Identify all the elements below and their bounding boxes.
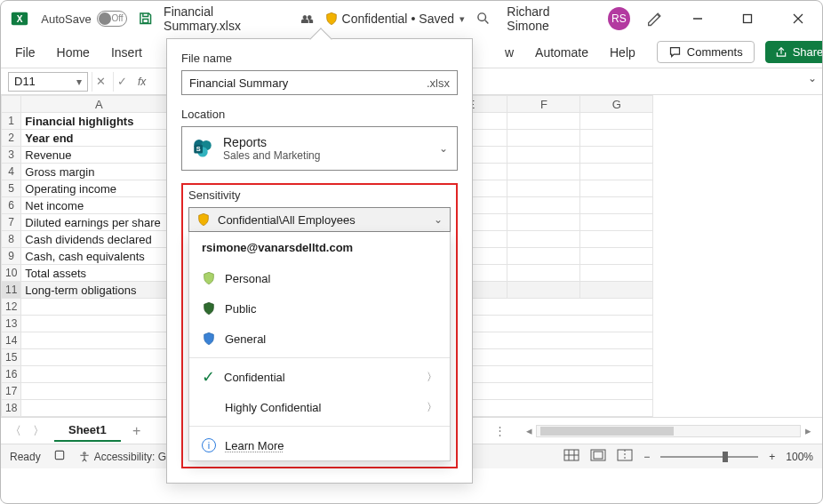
- cell[interactable]: Gross margin: [21, 164, 177, 180]
- tab-split-handle[interactable]: ⋮: [489, 424, 513, 437]
- select-all[interactable]: [2, 96, 21, 113]
- horizontal-scrollbar[interactable]: [536, 425, 801, 437]
- view-layout-icon[interactable]: [590, 449, 606, 464]
- cell[interactable]: [580, 147, 653, 164]
- tab-automate[interactable]: Automate: [535, 45, 588, 60]
- cell[interactable]: [507, 265, 580, 282]
- draw-mode-icon[interactable]: [646, 9, 665, 28]
- document-title[interactable]: Financial Summary.xlsx: [164, 4, 290, 33]
- zoom-slider[interactable]: [660, 456, 758, 458]
- user-name[interactable]: Richard Simone: [507, 4, 592, 33]
- cell[interactable]: [580, 214, 653, 231]
- cell[interactable]: Revenue: [21, 147, 177, 164]
- tab-help[interactable]: Help: [610, 45, 635, 60]
- cell[interactable]: [580, 248, 653, 265]
- row-header[interactable]: 1: [2, 113, 21, 130]
- sensitivity-dropdown[interactable]: Confidential\All Employees ⌄: [188, 207, 451, 232]
- col-header[interactable]: G: [580, 96, 653, 113]
- scroll-left-icon[interactable]: ◂: [522, 424, 536, 437]
- cell[interactable]: Cash, cash equivalents: [21, 248, 177, 265]
- maximize-button[interactable]: [731, 5, 764, 32]
- row-header[interactable]: 5: [2, 180, 21, 197]
- sensitivity-option-personal[interactable]: Personal: [189, 263, 450, 293]
- view-normal-icon[interactable]: [563, 449, 579, 464]
- col-header[interactable]: F: [507, 96, 580, 113]
- cell[interactable]: [507, 113, 580, 130]
- accept-formula-icon[interactable]: ✓: [113, 72, 131, 92]
- row-header[interactable]: 10: [2, 265, 21, 282]
- cell[interactable]: [580, 113, 653, 130]
- name-box[interactable]: D11 ▾: [8, 72, 88, 92]
- row-header[interactable]: 3: [2, 147, 21, 164]
- cell[interactable]: [580, 164, 653, 180]
- learn-more-link[interactable]: i Learn More: [189, 430, 450, 460]
- tab-insert[interactable]: Insert: [111, 45, 142, 60]
- autosave-toggle[interactable]: Off: [97, 11, 127, 27]
- row-header[interactable]: 18: [2, 400, 21, 417]
- zoom-level[interactable]: 100%: [786, 451, 813, 463]
- add-sheet-button[interactable]: +: [130, 423, 144, 439]
- cell[interactable]: Cash dividends declared: [21, 231, 177, 248]
- cell[interactable]: Net income: [21, 197, 177, 214]
- row-header[interactable]: 12: [2, 299, 21, 316]
- ribbon-collapse-icon[interactable]: ⌄: [808, 72, 817, 84]
- row-header[interactable]: 7: [2, 214, 21, 231]
- tab-home[interactable]: Home: [57, 45, 90, 60]
- sensitivity-option-general[interactable]: General: [189, 324, 450, 354]
- cell[interactable]: [580, 265, 653, 282]
- presence-icon[interactable]: 👥︎: [301, 12, 314, 26]
- row-header[interactable]: 6: [2, 197, 21, 214]
- tab-file[interactable]: File: [15, 45, 36, 60]
- cell[interactable]: [507, 180, 580, 197]
- view-pagebreak-icon[interactable]: [617, 449, 633, 464]
- row-header[interactable]: 13: [2, 316, 21, 332]
- row-header[interactable]: 2: [2, 130, 21, 147]
- row-header[interactable]: 15: [2, 349, 21, 366]
- row-header[interactable]: 16: [2, 366, 21, 383]
- location-picker[interactable]: S Reports Sales and Marketing ⌄: [181, 126, 458, 171]
- tab-partial-w[interactable]: w: [505, 45, 514, 60]
- cell[interactable]: Financial highlights: [21, 113, 177, 130]
- cell[interactable]: Diluted earnings per share: [21, 214, 177, 231]
- cell[interactable]: [507, 248, 580, 265]
- sensitivity-option-highly-confidential[interactable]: Highly Confidential 〉: [189, 392, 450, 422]
- cell[interactable]: [580, 180, 653, 197]
- row-header[interactable]: 4: [2, 164, 21, 180]
- title-sensitivity[interactable]: Confidential • Saved ▾: [324, 12, 466, 26]
- cell[interactable]: [507, 214, 580, 231]
- avatar[interactable]: RS: [608, 7, 630, 30]
- cell[interactable]: [580, 231, 653, 248]
- share-button[interactable]: Share ▾: [765, 41, 823, 63]
- filename-input[interactable]: Financial Summary .xlsx: [181, 70, 458, 95]
- cell[interactable]: [507, 147, 580, 164]
- zoom-in-button[interactable]: +: [769, 451, 775, 463]
- row-header[interactable]: 9: [2, 248, 21, 265]
- cell[interactable]: [507, 130, 580, 147]
- sensitivity-option-confidential[interactable]: ✓ Confidential 〉: [189, 362, 450, 392]
- search-icon[interactable]: [475, 11, 491, 27]
- row-header[interactable]: 14: [2, 332, 21, 349]
- sheet-nav-next[interactable]: 〉: [31, 423, 45, 439]
- cell[interactable]: Total assets: [21, 265, 177, 282]
- cell[interactable]: [580, 197, 653, 214]
- zoom-out-button[interactable]: −: [643, 451, 650, 463]
- cell[interactable]: Operating income: [21, 180, 177, 197]
- sheet-tab[interactable]: Sheet1: [54, 420, 121, 442]
- cell[interactable]: [507, 231, 580, 248]
- comments-button[interactable]: Comments: [657, 41, 755, 63]
- row-header[interactable]: 8: [2, 231, 21, 248]
- scroll-right-icon[interactable]: ▸: [801, 424, 815, 437]
- sheet-nav-prev[interactable]: 〈: [8, 423, 22, 439]
- col-header[interactable]: A: [21, 96, 177, 113]
- fx-icon[interactable]: fx: [134, 76, 149, 88]
- row-header[interactable]: 17: [2, 383, 21, 400]
- cell[interactable]: [507, 282, 580, 299]
- save-icon[interactable]: [138, 11, 153, 27]
- sensitivity-option-public[interactable]: Public: [189, 293, 450, 324]
- cell[interactable]: [580, 130, 653, 147]
- cell[interactable]: [507, 164, 580, 180]
- close-button[interactable]: [781, 5, 815, 32]
- cell[interactable]: Year end: [21, 130, 177, 147]
- cell[interactable]: [507, 197, 580, 214]
- minimize-button[interactable]: [681, 5, 715, 32]
